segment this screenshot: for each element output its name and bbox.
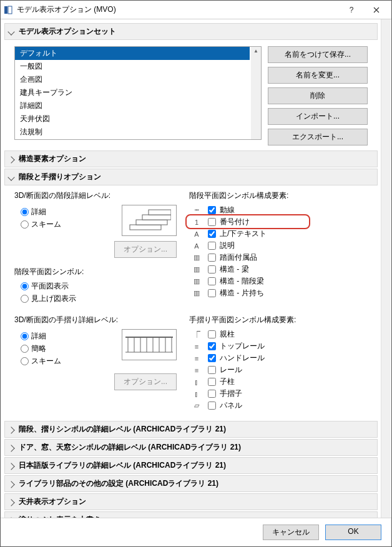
- svg-rect-5: [149, 210, 171, 215]
- save-as-button[interactable]: 名前をつけて保存...: [268, 46, 368, 63]
- window-scrollbar[interactable]: [381, 19, 391, 519]
- newel-checkbox[interactable]: [208, 330, 216, 338]
- numbering-label: 番号付け: [220, 217, 250, 227]
- motion-label: 動線: [220, 205, 235, 215]
- chevron-right-icon: [7, 463, 14, 470]
- preset-item[interactable]: 企画図: [15, 73, 250, 86]
- rail-simple-radio[interactable]: [21, 345, 29, 353]
- rail-scheme-radio[interactable]: [21, 357, 29, 365]
- desc-label: 説明: [220, 240, 235, 251]
- rail-plan-components-label: 手摺り平面図シンボル構成要素:: [189, 315, 368, 325]
- section-label-lib-other: ライブラリ部品のその他の設定 (ARCHICADライブラリ 21): [19, 478, 218, 489]
- cancel-button[interactable]: キャンセル: [263, 525, 319, 540]
- svg-rect-0: [4, 6, 7, 14]
- svg-rect-2: [130, 225, 161, 230]
- tread-acc-checkbox[interactable]: [208, 254, 216, 262]
- section-label-door-window: ドア、窓、天窓シンボルの詳細レベル (ARCHICADライブラリ 21): [19, 442, 241, 453]
- numbering-checkbox[interactable]: [208, 218, 216, 226]
- preset-item-default[interactable]: デフォルト: [15, 47, 250, 60]
- rail-simple-radio-label: 簡略: [31, 343, 46, 354]
- toprail-checkbox[interactable]: [208, 342, 216, 350]
- chevron-right-icon: [7, 499, 14, 506]
- newel-label: 親柱: [220, 329, 235, 340]
- section-header-stair-rail[interactable]: 階段と手摺りオプション: [4, 169, 378, 185]
- rail-options-button: オプション...: [114, 373, 177, 390]
- desc-icon: A: [189, 242, 204, 250]
- section-label-stair-rail: 階段と手摺りオプション: [19, 172, 101, 182]
- stair-lookup-radio-label: 見上げ図表示: [31, 293, 76, 304]
- handrail-sub-icon: ⫿: [189, 390, 204, 398]
- stair-plan-view-radio[interactable]: [21, 282, 29, 290]
- tread-acc-icon: ▥: [189, 254, 204, 262]
- section-header-jp-lib[interactable]: 日本語版ライブラリの詳細レベル (ARCHICADライブラリ 21): [4, 457, 378, 474]
- section-label-jp-lib: 日本語版ライブラリの詳細レベル (ARCHICADライブラリ 21): [19, 460, 226, 471]
- struct-beam-checkbox[interactable]: [208, 265, 216, 274]
- section-header-structural[interactable]: 構造要素オプション: [4, 150, 378, 167]
- rail-3d-detail-label: 3D/断面図の手摺り詳細レベル:: [14, 315, 177, 325]
- close-button[interactable]: [364, 1, 389, 19]
- toprail-label: トップレール: [220, 341, 265, 352]
- stair-detail-radio[interactable]: [21, 208, 29, 216]
- scroll-up-icon: ▲: [253, 47, 258, 55]
- section-header-lib-other[interactable]: ライブラリ部品のその他の設定 (ARCHICADライブラリ 21): [4, 475, 378, 492]
- preset-item[interactable]: 建具キープラン: [15, 86, 250, 99]
- numbering-icon: 1: [189, 219, 204, 226]
- handrail-sub-checkbox[interactable]: [208, 390, 216, 398]
- baluster-icon: ⫿: [189, 378, 204, 386]
- updown-checkbox[interactable]: [208, 230, 216, 238]
- section-label-structural: 構造要素オプション: [19, 154, 86, 164]
- rail-preview-icon: [122, 329, 177, 360]
- preset-item[interactable]: 詳細図: [15, 99, 250, 112]
- help-button[interactable]: ?: [339, 1, 364, 19]
- svg-rect-4: [142, 215, 171, 220]
- export-button[interactable]: エクスポート...: [268, 129, 368, 145]
- panel-checkbox[interactable]: [208, 402, 216, 410]
- chevron-right-icon: [7, 156, 14, 163]
- handrail-sub-label: 手摺子: [220, 388, 242, 399]
- updown-label: 上/下テキスト: [220, 229, 267, 239]
- listbox-scrollbar[interactable]: ▲: [251, 47, 261, 139]
- section-header-ceiling[interactable]: 天井表示オプション: [4, 493, 378, 510]
- rail-detail-radio-label: 詳細: [31, 331, 46, 342]
- rail-checkbox[interactable]: [208, 366, 216, 374]
- panel-label: パネル: [220, 400, 242, 411]
- struct-beam-label: 構造 - 梁: [220, 264, 249, 275]
- stair-scheme-radio-label: スキーム: [31, 219, 61, 230]
- baluster-checkbox[interactable]: [208, 378, 216, 386]
- preset-item[interactable]: 一般図: [15, 60, 250, 73]
- handrail-checkbox[interactable]: [208, 354, 216, 362]
- stair-3d-detail-label: 3D/断面図の階段詳細レベル:: [14, 190, 177, 201]
- stair-plan-symbol-label: 階段平面図シンボル:: [14, 267, 177, 277]
- struct-stairbeam-checkbox[interactable]: [208, 277, 216, 285]
- motion-line-icon: ┉: [189, 206, 204, 214]
- chevron-right-icon: [7, 481, 14, 488]
- svg-rect-3: [136, 220, 167, 225]
- preset-item[interactable]: 法規制: [15, 126, 250, 139]
- baluster-label: 子柱: [220, 377, 235, 387]
- newel-icon: ⎾: [189, 331, 204, 338]
- section-header-stair-symbol-detail[interactable]: 階段、摺りシンボルの詳細レベル (ARCHICADライブラリ 21): [4, 421, 378, 438]
- chevron-right-icon: [7, 426, 14, 433]
- desc-checkbox[interactable]: [208, 242, 216, 250]
- rename-button[interactable]: 名前を変更...: [268, 67, 368, 84]
- delete-button[interactable]: 削除: [268, 87, 368, 104]
- section-header-door-window[interactable]: ドア、窓、天窓シンボルの詳細レベル (ARCHICADライブラリ 21): [4, 439, 378, 456]
- rail-detail-radio[interactable]: [21, 332, 29, 340]
- import-button[interactable]: インポート...: [268, 108, 368, 125]
- presets-listbox[interactable]: デフォルト 一般図 企画図 建具キープラン 詳細図 天井伏図 法規制 ▲: [14, 46, 262, 140]
- ok-button[interactable]: OK: [325, 525, 381, 540]
- stair-scheme-radio[interactable]: [21, 220, 29, 229]
- struct-cantilever-checkbox[interactable]: [208, 289, 216, 297]
- stair-lookup-radio[interactable]: [21, 295, 29, 303]
- struct-cantilever-label: 構造 - 片持ち: [220, 288, 264, 298]
- section-header-optionset[interactable]: モデル表示オプションセット: [4, 23, 378, 40]
- stair-plan-components-label: 階段平面図シンボル構成要素:: [189, 190, 368, 201]
- struct-beam-icon: ▥: [189, 265, 204, 274]
- svg-rect-1: [8, 6, 12, 14]
- struct-cantilever-icon: ▥: [189, 289, 204, 297]
- stair-options-button: オプション...: [114, 241, 177, 258]
- chevron-down-icon: [7, 174, 14, 180]
- stair-detail-radio-label: 詳細: [31, 207, 46, 217]
- preset-item[interactable]: 天井伏図: [15, 112, 250, 126]
- motion-checkbox[interactable]: [208, 206, 216, 214]
